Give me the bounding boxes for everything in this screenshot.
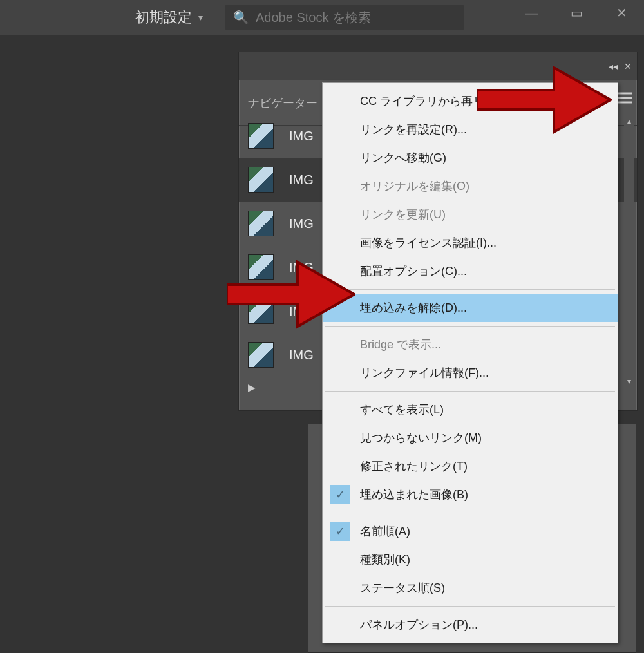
annotation-arrow-icon xyxy=(477,58,612,142)
thumbnail-icon xyxy=(248,211,274,236)
menu-separator xyxy=(325,391,615,392)
search-input[interactable]: 🔍 Adobe Stock を検索 xyxy=(225,5,464,30)
panel-tab-navigator[interactable]: ナビゲーター xyxy=(248,95,317,111)
menu-separator xyxy=(325,606,615,607)
link-name: IMG xyxy=(289,216,314,231)
scrollbar[interactable]: ▴ ▾ xyxy=(624,117,634,387)
close-button[interactable]: ✕ xyxy=(599,0,644,26)
menu-sort-name[interactable]: ✓ 名前順(A) xyxy=(323,517,618,545)
menu-show-all[interactable]: すべてを表示(L) xyxy=(323,395,618,424)
check-icon: ✓ xyxy=(330,522,350,541)
workspace-switcher[interactable]: 初期設定 ▾ xyxy=(135,8,203,27)
link-name: IMG xyxy=(289,129,314,144)
panel-menu-icon[interactable] xyxy=(618,92,632,106)
minimize-button[interactable]: — xyxy=(509,0,554,26)
menu-separator xyxy=(325,326,615,326)
menu-sort-kind[interactable]: 種類別(K) xyxy=(323,545,618,574)
search-placeholder: Adobe Stock を検索 xyxy=(256,9,371,26)
thumbnail-icon xyxy=(248,123,274,149)
scroll-down-icon[interactable]: ▾ xyxy=(624,377,634,387)
menu-modified-links[interactable]: 修正されたリンク(T) xyxy=(323,452,618,480)
scroll-up-icon[interactable]: ▴ xyxy=(624,117,634,127)
workspace-label: 初期設定 xyxy=(135,8,192,27)
menu-edit-original: オリジナルを編集(O) xyxy=(323,172,618,200)
app-topbar: 初期設定 ▾ 🔍 Adobe Stock を検索 — ▭ ✕ xyxy=(0,0,644,35)
thumbnail-icon xyxy=(248,167,274,193)
menu-link-file-info[interactable]: リンクファイル情報(F)... xyxy=(323,359,618,387)
panel-context-menu: CC ライブラリから再リ リンクを再設定(R)... リンクへ移動(G) オリジ… xyxy=(322,82,618,643)
menu-license-image[interactable]: 画像をライセンス認証(I)... xyxy=(323,229,618,257)
menu-placement-options[interactable]: 配置オプション(C)... xyxy=(323,257,618,285)
menu-separator xyxy=(325,513,615,513)
maximize-button[interactable]: ▭ xyxy=(554,0,599,26)
link-name: IMG xyxy=(289,348,314,363)
chevron-down-icon: ▾ xyxy=(198,12,203,23)
window-controls: — ▭ ✕ xyxy=(509,0,644,26)
menu-update-link: リンクを更新(U) xyxy=(323,200,618,229)
thumbnail-icon xyxy=(248,342,274,368)
menu-bridge-show: Bridge で表示... xyxy=(323,330,618,359)
check-icon: ✓ xyxy=(330,485,350,504)
search-icon: 🔍 xyxy=(233,10,249,25)
menu-goto-link[interactable]: リンクへ移動(G) xyxy=(323,144,618,172)
menu-sort-status[interactable]: ステータス順(S) xyxy=(323,574,618,602)
link-name: IMG xyxy=(289,173,314,187)
menu-unembed[interactable]: 埋め込みを解除(D)... xyxy=(323,294,618,322)
annotation-arrow-icon xyxy=(227,252,355,336)
menu-panel-options[interactable]: パネルオプション(P)... xyxy=(323,610,618,639)
panel-close-icon[interactable]: ✕ xyxy=(624,61,632,71)
menu-missing-links[interactable]: 見つからないリンク(M) xyxy=(323,424,618,452)
menu-embedded-images[interactable]: ✓ 埋め込まれた画像(B) xyxy=(323,480,618,509)
menu-separator xyxy=(325,289,615,290)
